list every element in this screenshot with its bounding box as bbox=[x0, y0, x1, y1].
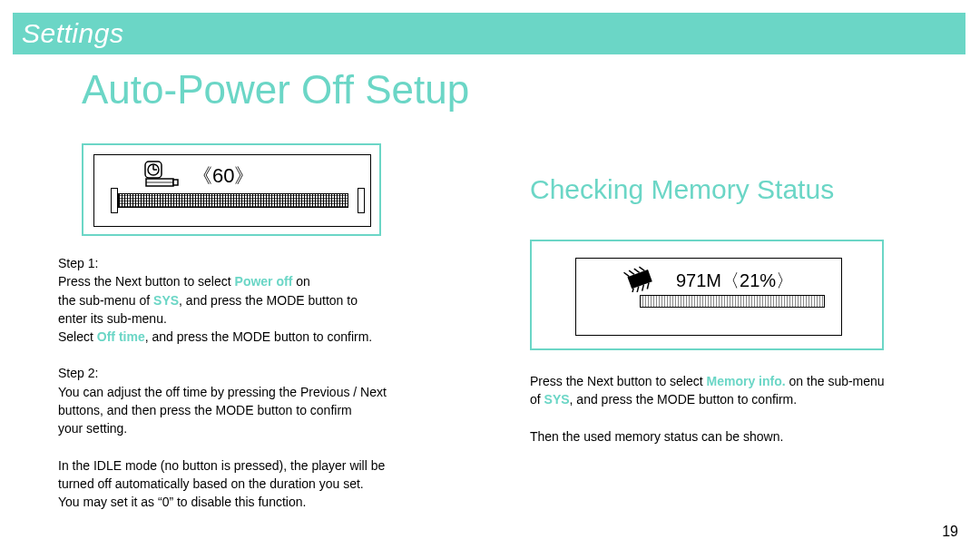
svg-rect-5 bbox=[173, 180, 178, 185]
text-fragment: on bbox=[292, 274, 309, 289]
clock-icon bbox=[144, 161, 179, 191]
keyword-sys: SYS bbox=[544, 392, 570, 407]
svg-line-14 bbox=[645, 283, 651, 289]
text-fragment: of bbox=[530, 392, 544, 407]
step1-line1: Press the Next button to select Power of… bbox=[58, 272, 512, 290]
step2-line3: your setting. bbox=[58, 419, 512, 437]
step2-line1: You can adjust the off time by pressing … bbox=[58, 383, 512, 401]
keyword-off-time: Off time bbox=[97, 329, 145, 344]
idle-line3: You may set it as “0” to disable this fu… bbox=[58, 493, 512, 511]
step1-line3: enter its sub-menu. bbox=[58, 309, 512, 328]
page-number: 19 bbox=[942, 524, 958, 540]
step1-line2: the sub-menu of SYS, and press the MODE … bbox=[58, 291, 512, 309]
svg-line-11 bbox=[630, 289, 635, 292]
mem-line2: of SYS, and press the MODE button to con… bbox=[530, 390, 947, 408]
text-fragment: on the sub-menu bbox=[786, 374, 885, 388]
main-title: Auto-Power Off Setup bbox=[82, 67, 469, 113]
steps-block: Step 1: Press the Next button to select … bbox=[58, 254, 512, 512]
figure-power-off: 《60》 bbox=[82, 143, 381, 236]
svg-line-7 bbox=[624, 271, 630, 278]
text-fragment: the sub-menu of bbox=[58, 293, 153, 308]
bar-cap-right bbox=[358, 188, 365, 213]
svg-line-9 bbox=[634, 268, 640, 274]
progress-bar bbox=[114, 188, 361, 213]
svg-line-10 bbox=[639, 266, 644, 272]
step2-label: Step 2: bbox=[58, 364, 512, 382]
keyword-sys: SYS bbox=[153, 293, 179, 308]
figure-memory-lcd: 971M〈21%〉 bbox=[575, 258, 842, 336]
svg-line-8 bbox=[629, 270, 634, 276]
figure-memory-status: 971M〈21%〉 bbox=[530, 240, 884, 350]
text-fragment: Select bbox=[58, 329, 97, 344]
bar-body bbox=[118, 193, 348, 208]
step1-label: Step 1: bbox=[58, 254, 512, 272]
page-section-title: Settings bbox=[22, 18, 123, 49]
header-band: Settings bbox=[13, 13, 965, 54]
text-fragment: , and press the MODE button to confirm. bbox=[570, 392, 798, 407]
text-fragment: Press the Next button to select bbox=[58, 274, 235, 289]
idle-line1: In the IDLE mode (no button is pressed),… bbox=[58, 456, 512, 475]
svg-line-13 bbox=[641, 285, 646, 291]
mem-line1: Press the Next button to select Memory i… bbox=[530, 372, 947, 390]
figure-power-off-lcd: 《60》 bbox=[93, 154, 371, 227]
step1-line4: Select Off time, and press the MODE butt… bbox=[58, 328, 512, 346]
text-fragment: , and press the MODE button to bbox=[179, 293, 358, 308]
bar-cap-left bbox=[111, 188, 118, 213]
memory-title: Checking Memory Status bbox=[530, 174, 834, 205]
memory-text-block: Press the Next button to select Memory i… bbox=[530, 372, 947, 446]
memory-bar bbox=[640, 295, 825, 308]
idle-line2: turned off automatically based on the du… bbox=[58, 475, 512, 493]
keyword-power-off: Power off bbox=[235, 274, 293, 289]
memory-chip-icon bbox=[622, 265, 662, 296]
keyword-memory-info: Memory info. bbox=[707, 374, 786, 388]
text-fragment: Press the Next button to select bbox=[530, 374, 707, 388]
text-fragment: , and press the MODE button to confirm. bbox=[145, 329, 373, 344]
memory-value: 971M〈21%〉 bbox=[676, 269, 794, 293]
mem-line3: Then the used memory status can be shown… bbox=[530, 427, 947, 446]
step2-line2: buttons, and then press the MODE button … bbox=[58, 401, 512, 419]
power-off-value: 《60》 bbox=[192, 162, 254, 190]
